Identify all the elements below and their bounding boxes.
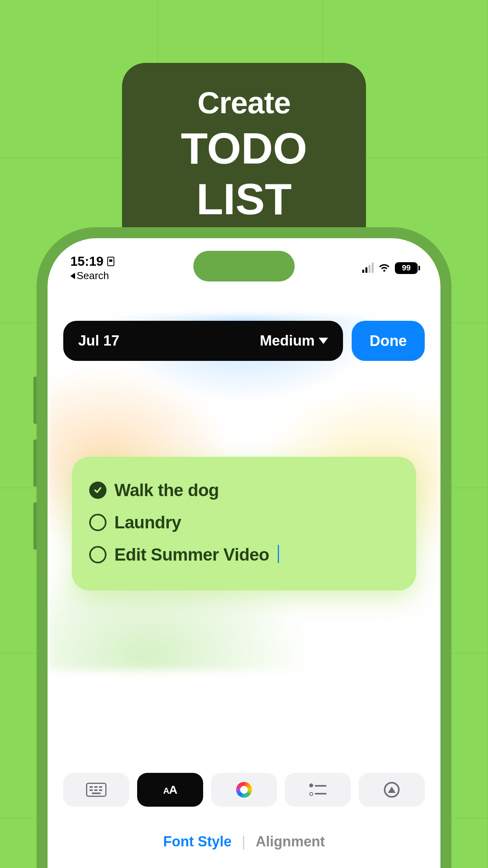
status-right: 99 bbox=[362, 262, 418, 274]
date-size-bar[interactable]: Jul 17 Medium bbox=[63, 321, 343, 361]
todo-row[interactable]: Laundry bbox=[89, 506, 399, 539]
back-chevron-icon bbox=[70, 273, 75, 279]
status-time-group: 15:19 bbox=[70, 254, 114, 269]
phone-frame: 15:19 Search 99 bbox=[37, 227, 451, 868]
cellular-icon bbox=[362, 263, 374, 273]
wifi-icon bbox=[378, 263, 390, 273]
list-style-button[interactable] bbox=[285, 773, 351, 807]
tab-font-style[interactable]: Font Style bbox=[163, 833, 231, 850]
hero-line2: TODO LIST bbox=[158, 123, 331, 224]
size-label: Medium bbox=[260, 333, 315, 349]
sim-icon bbox=[107, 257, 114, 266]
dynamic-island bbox=[193, 251, 295, 281]
list-icon bbox=[309, 783, 327, 797]
text-style-icon: AA bbox=[163, 783, 177, 796]
back-to-search[interactable]: Search bbox=[70, 270, 114, 282]
done-label: Done bbox=[370, 333, 407, 349]
markup-icon bbox=[384, 782, 400, 798]
date-label: Jul 17 bbox=[78, 333, 119, 349]
todo-row[interactable]: Walk the dog bbox=[89, 474, 399, 506]
checkbox-empty-icon[interactable] bbox=[89, 514, 106, 531]
tab-alignment[interactable]: Alignment bbox=[256, 833, 325, 850]
phone-side-button bbox=[33, 502, 37, 550]
tab-divider: | bbox=[242, 833, 245, 850]
back-label: Search bbox=[77, 270, 109, 282]
phone-side-button bbox=[33, 440, 37, 487]
todo-widget-card[interactable]: Walk the dogLaundryEdit Summer Video bbox=[72, 457, 416, 590]
text-style-button[interactable]: AA bbox=[137, 773, 203, 807]
markup-button[interactable] bbox=[359, 773, 425, 807]
status-time: 15:19 bbox=[70, 254, 103, 269]
todo-text[interactable]: Laundry bbox=[114, 513, 181, 532]
todo-row[interactable]: Edit Summer Video bbox=[89, 539, 399, 571]
text-cursor bbox=[278, 545, 279, 563]
phone-side-button bbox=[33, 377, 37, 424]
phone-screen: 15:19 Search 99 bbox=[48, 238, 440, 868]
color-button[interactable] bbox=[211, 773, 277, 807]
done-button[interactable]: Done bbox=[352, 321, 425, 361]
editor-toolbar: AA bbox=[63, 773, 425, 807]
checkbox-empty-icon[interactable] bbox=[89, 546, 106, 563]
todo-text[interactable]: Edit Summer Video bbox=[114, 545, 269, 565]
hero-line1: Create bbox=[158, 85, 331, 121]
size-select[interactable]: Medium bbox=[260, 333, 328, 349]
battery-value: 99 bbox=[402, 263, 411, 272]
color-wheel-icon bbox=[236, 782, 252, 798]
chevron-down-icon bbox=[319, 338, 328, 344]
keyboard-icon bbox=[86, 783, 106, 797]
todo-text[interactable]: Walk the dog bbox=[114, 480, 219, 500]
battery-indicator: 99 bbox=[395, 262, 418, 274]
hero-pill: Create TODO LIST bbox=[122, 63, 366, 250]
style-subtabs: Font Style | Alignment bbox=[48, 833, 440, 850]
checkbox-checked-icon[interactable] bbox=[89, 482, 106, 499]
keyboard-button[interactable] bbox=[63, 773, 129, 807]
